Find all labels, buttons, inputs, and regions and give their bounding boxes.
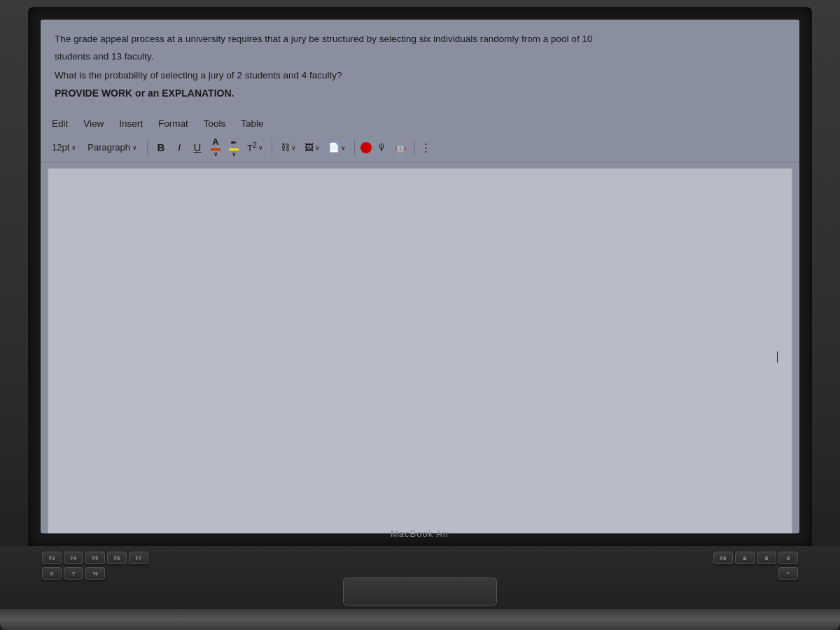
toolbar: 12pt ∨ Paragraph ∨ B I [41,133,799,162]
menu-bar: Edit View Insert Format Tools Table [41,114,799,133]
doc-icon: 📄 [328,142,340,153]
key-f3[interactable]: F3 [42,552,62,564]
menu-view[interactable]: View [83,118,104,129]
t2-chevron: ∨ [258,144,263,151]
question-area: The grade appeal process at a university… [41,20,799,114]
font-color-chevron: ∨ [214,150,218,158]
font-size-chevron: ∨ [71,144,76,151]
question-line-2: students and 13 faculty. [55,50,785,64]
underline-button[interactable]: U [190,140,205,155]
menu-format[interactable]: Format [158,118,188,129]
menu-edit[interactable]: Edit [52,118,68,129]
highlight-chevron: ∨ [232,150,237,158]
divider-1 [147,140,148,155]
link-button[interactable]: ⛓ ∨ [278,141,299,154]
font-color-letter: A [212,137,218,147]
key-row2-2[interactable]: 7 [64,567,83,580]
link-icon: ⛓ [281,142,290,153]
font-color-button[interactable]: A ∨ [208,136,223,158]
font-size-value: 12pt [52,142,69,153]
t2-label: T2 [247,141,257,153]
question-line-3: What is the probability of selecting a j… [55,69,785,83]
editor-container: Edit View Insert Format Tools Table 12pt… [41,114,799,533]
divider-2 [272,140,272,155]
image-chevron: ∨ [315,144,320,151]
key-f7[interactable]: F7 [129,552,148,564]
menu-tools[interactable]: Tools [204,118,226,129]
macbook-label: MacBook Air [391,528,449,539]
question-line-4: PROVIDE WORK or an EXPLANATION. [55,86,785,102]
laptop-chin [0,609,840,630]
text-cursor [777,351,778,363]
menu-insert[interactable]: Insert [119,118,143,129]
key-amp[interactable]: & [735,552,755,564]
image-button[interactable]: 🖼 ∨ [302,141,323,154]
bold-button[interactable]: B [153,140,169,155]
paragraph-selector[interactable]: Paragraph ∨ [83,141,141,154]
robot-icon: 🤖 [395,142,406,153]
paragraph-chevron: ∨ [132,144,137,151]
more-button[interactable]: ⋮ [421,141,432,154]
key-f5[interactable]: F5 [85,552,105,564]
key-row2-1[interactable]: 6 [42,567,62,580]
highlight-icon: ✒ [230,138,237,148]
italic-button[interactable]: I [172,140,187,155]
font-size-selector[interactable]: 12pt ∨ [48,141,80,154]
divider-3 [354,140,355,155]
mic-icon: 🎙 [377,142,386,153]
question-line-1: The grade appeal process at a university… [55,32,785,47]
robot-button[interactable]: 🤖 [392,141,409,154]
key-f6[interactable]: F6 [107,552,127,564]
t2-button[interactable]: T2 ∨ [244,139,266,155]
link-chevron: ∨ [291,144,296,151]
key-star[interactable]: * [778,567,798,580]
doc-button[interactable]: 📄 ∨ [326,141,349,154]
key-9[interactable]: 9 [778,552,798,564]
divider-4 [414,140,415,155]
key-percent[interactable]: % [85,567,105,580]
more-icon: ⋮ [421,141,432,153]
writing-area[interactable] [48,168,792,533]
mic-button[interactable]: 🎙 [374,141,389,154]
screen-bezel: The grade appeal process at a university… [28,7,812,546]
image-icon: 🖼 [304,142,314,153]
menu-table[interactable]: Table [241,118,263,129]
key-f8[interactable]: F8 [713,552,733,564]
record-button[interactable] [360,142,372,153]
key-8[interactable]: 8 [757,552,776,564]
key-f4[interactable]: F4 [64,552,83,564]
highlight-button[interactable]: ✒ ∨ [226,137,241,158]
laptop-shell: The grade appeal process at a university… [0,0,840,630]
screen-content: The grade appeal process at a university… [41,20,799,533]
trackpad[interactable] [343,578,497,606]
paragraph-value: Paragraph [88,142,130,153]
doc-chevron: ∨ [341,144,346,151]
